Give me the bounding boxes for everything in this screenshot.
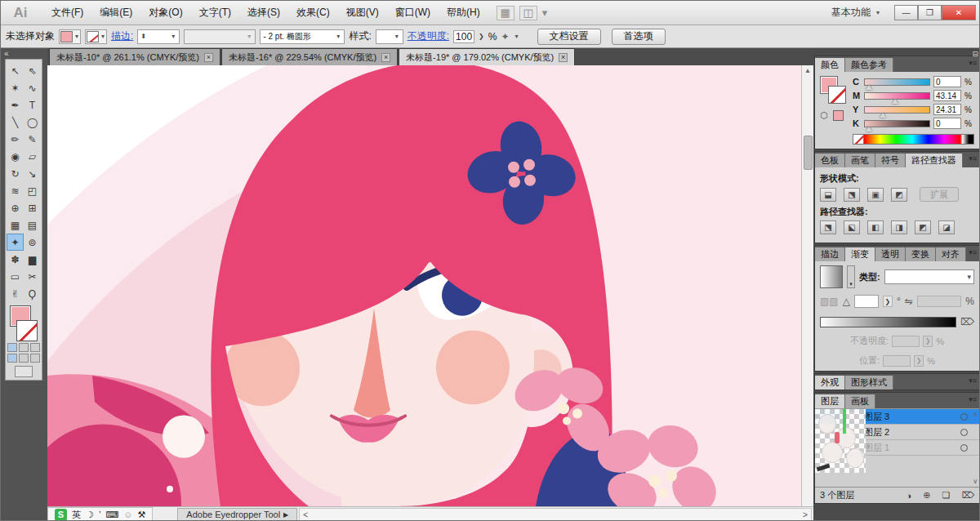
document-setup-button[interactable]: 文档设置 [537,29,601,45]
tab-color[interactable]: 颜色 [815,58,845,72]
minimize-button[interactable]: — [894,5,918,20]
tool-type[interactable]: T [24,96,41,114]
gradient-thumbnail[interactable] [820,265,843,288]
tab-artboards[interactable]: 画板 [845,394,875,408]
delete-layer-button[interactable]: ⌦ [961,490,974,501]
gradient-panel-menu-icon[interactable]: ▾≡ [969,248,977,256]
out-of-gamut-cube-icon[interactable]: ⬡ [820,110,828,121]
vscroll-up-icon[interactable]: ▲ [802,67,813,74]
hscroll-left-icon[interactable]: < [300,510,311,519]
tool-width[interactable]: ≋ [7,182,24,199]
doc-tab-1[interactable]: 未标题-10* @ 261.1% (CMYK/预览) × [49,48,220,65]
ime-logo-icon[interactable]: S [55,509,67,521]
tab-transparency[interactable]: 透明 [875,247,906,261]
toolbox-stroke-swatch[interactable] [16,320,38,341]
tool-pencil[interactable]: ✎ [24,131,41,148]
doc-tab-2-close-icon[interactable]: × [381,53,390,62]
tab-gradient[interactable]: 渐变 [845,247,875,261]
layers-panel-menu-icon[interactable]: ▾≡ [969,395,977,403]
menu-select[interactable]: 选择(S) [239,2,288,23]
tool-line[interactable]: ╲ [7,114,24,131]
layer-2-target-icon[interactable] [960,429,968,436]
recolor-artwork-icon[interactable]: ✦ [501,31,509,42]
magenta-value-input[interactable]: 43.14 [933,90,961,101]
tab-appearance[interactable]: 外观 [815,376,845,390]
draw-inside-button[interactable] [30,354,40,363]
menu-window[interactable]: 窗口(W) [387,2,439,23]
draw-behind-button[interactable] [19,354,29,363]
unite-button[interactable]: ⬓ [820,188,836,202]
stroke-stepper-icon[interactable]: ⬍ [140,33,146,40]
tab-layers[interactable]: 图层 [815,394,845,408]
black-slider-marker[interactable] [866,127,872,131]
crop-button[interactable]: ◨ [891,220,907,234]
new-sublayer-button[interactable]: ⊕ [923,490,930,501]
yellow-value-input[interactable]: 24.31 [933,104,961,115]
tool-zoom[interactable]: Ϙ [24,285,41,302]
tool-lasso[interactable]: ∿ [24,79,41,96]
tool-mesh[interactable]: ▦ [7,216,24,234]
draw-normal-button[interactable] [7,354,17,363]
tab-align[interactable]: 对齐 [936,247,966,261]
tab-graphic-styles[interactable]: 图形样式 [845,376,893,390]
gradient-mode-button[interactable] [19,343,29,352]
status-arrow-icon[interactable]: ▶ [283,511,288,519]
menu-help[interactable]: 帮助(H) [439,2,488,23]
color-mode-button[interactable] [7,343,17,352]
layers-scroll-down-icon[interactable]: ∨ [973,478,978,485]
tool-slice[interactable]: ✂ [24,268,41,285]
tool-hand[interactable]: ✌ [7,285,24,302]
tool-paintbrush[interactable]: ✏ [7,131,24,148]
vscroll-thumb[interactable] [804,136,813,170]
gamut-color-swatch[interactable] [833,110,844,121]
hscroll-right-icon[interactable]: > [800,510,811,519]
tool-magic-wand[interactable]: ✶ [7,79,24,96]
close-button[interactable]: ✕ [942,5,976,20]
appearance-panel-menu-icon[interactable]: ▾≡ [969,376,977,385]
status-tool-indicator[interactable]: Adobe Eyedropper Tool ▶ [177,508,297,521]
black-value-input[interactable]: 0 [933,118,961,129]
doc-tab-3-close-icon[interactable]: × [559,53,568,62]
gradient-angle-spinner-icon[interactable]: ❯ [883,296,893,307]
none-mode-button[interactable] [30,343,40,352]
fill-swatch[interactable] [60,31,73,42]
horizontal-scrollbar[interactable]: < > [299,508,812,521]
dock-collapse-strip[interactable]: « [1,48,47,59]
gradient-aspect-input[interactable] [917,296,962,307]
tab-stroke[interactable]: 描边 [815,247,845,261]
opacity-spinner-icon[interactable]: ❯ [479,33,484,40]
layer-1-name[interactable]: 图层 1 [864,442,889,454]
style-combo[interactable]: ▾ [376,29,403,44]
tab-transform[interactable]: 变换 [906,247,936,261]
divide-button[interactable]: ⬔ [820,220,836,234]
tab-symbols[interactable]: 符号 [875,154,906,167]
tool-scale[interactable]: ↘ [24,165,41,182]
exclude-button[interactable]: ◩ [891,188,907,202]
workspace-switcher[interactable]: 基本功能 ▾ [825,3,888,22]
tool-blend[interactable]: ⊚ [24,234,41,251]
menu-type[interactable]: 文字(T) [191,2,239,23]
tool-shape-builder[interactable]: ⊕ [7,199,24,216]
tool-selection[interactable]: ↖ [7,62,24,79]
cyan-value-input[interactable]: 0 [933,76,961,87]
tab-brushes[interactable]: 画笔 [845,154,875,167]
tab-color-guide[interactable]: 颜色参考 [845,58,893,72]
magenta-slider-marker[interactable] [892,99,898,104]
outline-button[interactable]: ◩ [915,220,931,234]
ime-moon-icon[interactable]: ☽ [86,510,94,520]
restore-button[interactable]: ❐ [918,5,942,20]
opacity-link[interactable]: 不透明度: [408,29,449,43]
tool-free-transform[interactable]: ◰ [24,182,41,199]
variable-width-combo[interactable]: ▾ [184,29,256,44]
minus-back-button[interactable]: ◪ [938,220,955,234]
tool-blob-brush[interactable]: ◉ [7,148,24,165]
tool-symbol-sprayer[interactable]: ✽ [7,251,24,268]
tool-eyedropper[interactable]: ✦ [7,234,24,251]
layout-caret-icon[interactable]: ▾ [542,7,548,19]
pathfinder-panel-menu-icon[interactable]: ▾≡ [969,154,977,163]
brush-definition-combo[interactable]: - 2 pt. 椭圆形 ▾ [260,29,345,44]
layer-2-name[interactable]: 图层 2 [864,426,889,439]
opacity-input[interactable]: 100 [453,30,474,43]
stroke-weight-link[interactable]: 描边: [111,29,133,43]
ime-toolbar[interactable]: S 英 ☽ ’ ⌨ ☺ ⚒ [47,507,153,521]
